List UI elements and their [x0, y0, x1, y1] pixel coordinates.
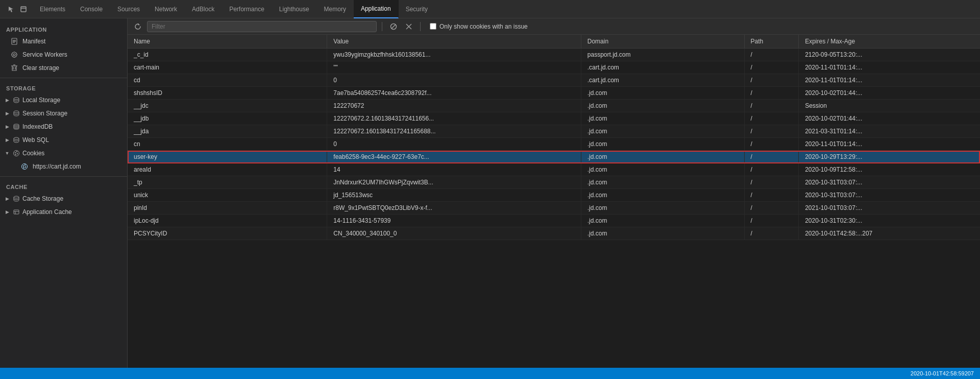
cell-name: pinId: [128, 202, 327, 215]
table-row[interactable]: areaId14.jd.com/2020-10-09T12:58:...: [128, 163, 980, 176]
col-header-path[interactable]: Path: [744, 35, 799, 49]
cell-value: JnNdrxurK2UM7IhGWsPjZqvwit3B...: [327, 176, 581, 189]
table-row[interactable]: cn0.jd.com/2020-11-01T01:14:...: [128, 138, 980, 151]
web-sql-icon: [12, 136, 20, 144]
local-storage-arrow: ▶: [4, 97, 10, 103]
tab-application[interactable]: Application: [354, 0, 399, 18]
cache-storage-icon: [12, 195, 20, 203]
cell-domain: .jd.com: [581, 125, 744, 138]
tab-performance[interactable]: Performance: [222, 0, 272, 18]
refresh-button[interactable]: [132, 20, 144, 33]
cell-expires: Session: [799, 100, 980, 112]
tab-adblock[interactable]: AdBlock: [185, 0, 222, 18]
table-row[interactable]: unickjd_156513wsc.jd.com/2020-10-31T03:0…: [128, 189, 980, 202]
application-section-header: Application: [0, 22, 127, 35]
cell-name: __jda: [128, 125, 327, 138]
sidebar-item-manifest[interactable]: Manifest: [0, 35, 127, 48]
web-sql-arrow: ▶: [4, 137, 10, 143]
indexeddb-icon: [12, 123, 20, 131]
sidebar-item-app-cache[interactable]: ▶ Application Cache: [0, 205, 127, 219]
sidebar-item-service-workers[interactable]: Service Workers: [0, 48, 127, 61]
cell-domain: .jd.com: [581, 163, 744, 176]
only-issues-label[interactable]: Only show cookies with an issue: [439, 23, 528, 30]
sidebar-item-local-storage[interactable]: ▶ Local Storage: [0, 93, 127, 107]
tab-sources[interactable]: Sources: [110, 0, 148, 18]
app-cache-label: Application Cache: [22, 208, 72, 216]
tab-network[interactable]: Network: [148, 0, 185, 18]
svg-point-6: [12, 52, 17, 57]
cell-name: shshshsID: [128, 87, 327, 100]
cell-name: __jdc: [128, 100, 327, 112]
cell-value: CN_340000_340100_0: [327, 227, 581, 240]
cell-name: _tp: [128, 176, 327, 189]
clear-storage-label: Clear storage: [22, 64, 123, 72]
table-row[interactable]: pinIdr8W_9x1PwtSBTQ0ezD3LibV9-x-f....jd.…: [128, 202, 980, 215]
cell-domain: .jd.com: [581, 138, 744, 151]
tab-memory[interactable]: Memory: [317, 0, 354, 18]
cell-domain: .jd.com: [581, 151, 744, 163]
svg-point-22: [16, 151, 17, 152]
only-issues-checkbox[interactable]: [430, 23, 436, 30]
table-row[interactable]: _c_idywu39ygimzgkbzfhhsk160138561...pass…: [128, 49, 980, 61]
table-row[interactable]: cd0.cart.jd.com/2020-11-01T01:14:...: [128, 74, 980, 87]
tab-elements[interactable]: Elements: [33, 0, 73, 18]
cell-expires: 2020-10-31T03:07:...: [799, 176, 980, 189]
cell-name: _c_id: [128, 49, 327, 61]
right-panel: Only show cookies with an issue Name Val…: [128, 18, 980, 368]
cookies-table: Name Value Domain Path Expires / Max-Age…: [128, 35, 980, 240]
svg-point-16: [14, 98, 19, 100]
table-header-row: Name Value Domain Path Expires / Max-Age: [128, 35, 980, 49]
table-row[interactable]: user-keyfeab6258-9ec3-44ec-9227-63e7c...…: [128, 151, 980, 163]
svg-point-29: [23, 168, 24, 169]
cell-path: /: [744, 189, 799, 202]
cell-expires: 2020-10-02T01:44:...: [799, 87, 980, 100]
cell-path: /: [744, 61, 799, 74]
cell-path: /: [744, 163, 799, 176]
svg-point-27: [24, 164, 26, 165]
table-row[interactable]: __jdc122270672.jd.com/Session: [128, 100, 980, 112]
main-content: Application Manifest: [0, 18, 980, 368]
sidebar-item-session-storage[interactable]: ▶ Session Storage: [0, 107, 127, 120]
col-header-domain[interactable]: Domain: [581, 35, 744, 49]
sidebar-item-cookies-url[interactable]: https://cart.jd.com: [0, 160, 127, 173]
sidebar-item-clear-storage[interactable]: Clear storage: [0, 61, 127, 75]
table-row[interactable]: shshshsID7ae7ba540862574cea6c2308792f...…: [128, 87, 980, 100]
table-row[interactable]: PCSYCityIDCN_340000_340100_0.jd.com/2020…: [128, 227, 980, 240]
cell-expires: 2021-03-31T01:14:...: [799, 125, 980, 138]
filter-input[interactable]: [147, 21, 377, 32]
cache-section-header: Cache: [0, 180, 127, 192]
cell-path: /: [744, 112, 799, 125]
cell-domain: .cart.jd.com: [581, 74, 744, 87]
divider-1: [0, 78, 127, 78]
inspect-icon[interactable]: [18, 4, 29, 14]
svg-point-28: [25, 167, 26, 168]
table-row[interactable]: cart-main"".cart.jd.com/2020-11-01T01:14…: [128, 61, 980, 74]
sidebar-item-cache-storage[interactable]: ▶ Cache Storage: [0, 192, 127, 205]
tab-lighthouse[interactable]: Lighthouse: [272, 0, 317, 18]
block-button[interactable]: [387, 20, 400, 33]
table-row[interactable]: _tpJnNdrxurK2UM7IhGWsPjZqvwit3B....jd.co…: [128, 176, 980, 189]
cookies-table-container: Name Value Domain Path Expires / Max-Age…: [128, 35, 980, 368]
cookies-arrow: ▼: [4, 150, 10, 156]
cookies-label: Cookies: [22, 150, 44, 157]
sidebar-item-indexeddb[interactable]: ▶ IndexedDB: [0, 120, 127, 133]
col-header-expires[interactable]: Expires / Max-Age: [799, 35, 980, 49]
svg-rect-0: [21, 7, 26, 12]
table-row[interactable]: ipLoc-djd14-1116-3431-57939.jd.com/2020-…: [128, 215, 980, 227]
tab-console[interactable]: Console: [73, 0, 110, 18]
table-row[interactable]: __jdb122270672.2.16013843172411656....jd…: [128, 112, 980, 125]
cell-name: user-key: [128, 151, 327, 163]
table-row[interactable]: __jda122270672.1601384317241165688....jd…: [128, 125, 980, 138]
cursor-icon[interactable]: [6, 4, 16, 14]
col-header-value[interactable]: Value: [327, 35, 581, 49]
cookie-url-label: https://cart.jd.com: [33, 163, 81, 170]
cell-value: 0: [327, 74, 581, 87]
cell-value: 122270672.1601384317241165688...: [327, 125, 581, 138]
sidebar-item-web-sql[interactable]: ▶ Web SQL: [0, 133, 127, 147]
col-header-name[interactable]: Name: [128, 35, 327, 49]
sidebar-item-cookies[interactable]: ▼ Cookies: [0, 147, 127, 160]
cell-domain: .jd.com: [581, 112, 744, 125]
clear-button[interactable]: [403, 20, 415, 33]
cell-domain: .cart.jd.com: [581, 61, 744, 74]
tab-security[interactable]: Security: [399, 0, 435, 18]
